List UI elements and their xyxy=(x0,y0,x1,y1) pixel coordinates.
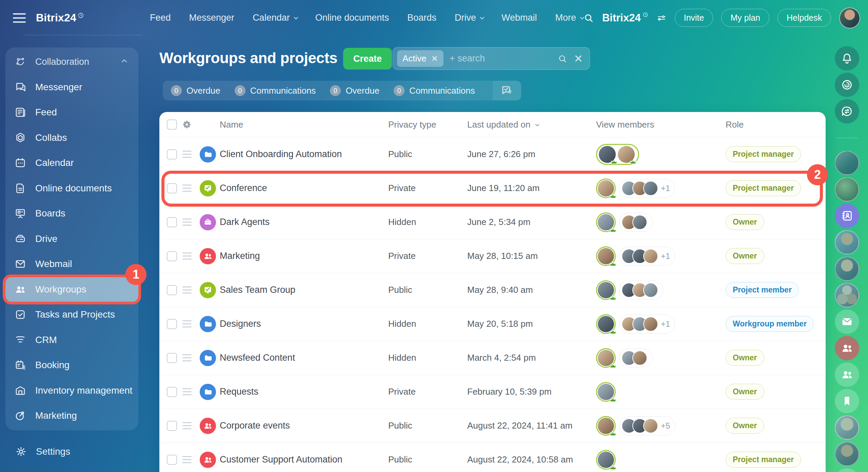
sidebar-item-webmail[interactable]: Webmail xyxy=(5,251,138,277)
chat-avatar[interactable] xyxy=(835,177,859,202)
top-nav-item-feed[interactable]: Feed xyxy=(150,13,171,23)
sidebar-item-drive[interactable]: Drive xyxy=(5,226,138,252)
table-row-newsfeed-content[interactable]: Newsfeed ContentHiddenMarch 4, 2:54 pmOw… xyxy=(159,341,826,375)
members-group[interactable]: +1 xyxy=(619,315,675,334)
top-nav-item-more[interactable]: More xyxy=(555,13,583,23)
chat-avatar[interactable] xyxy=(835,230,859,254)
table-row-marketing[interactable]: MarketingPrivateMay 28, 10:15 am+1Owner xyxy=(159,239,826,273)
sidebar-item-tasks-and-projects[interactable]: Tasks and Projects xyxy=(5,302,138,327)
sliders-icon[interactable] xyxy=(656,13,667,23)
chat-avatar[interactable] xyxy=(835,442,859,466)
column-header-members[interactable]: View members xyxy=(596,119,726,130)
top-nav-item-online-documents[interactable]: Online documents xyxy=(315,13,389,23)
members-group[interactable]: +5 xyxy=(619,416,675,435)
table-row-dark-agents[interactable]: Dark AgentsHiddenJune 2, 5:34 pmOwner xyxy=(159,205,826,239)
users-icon[interactable] xyxy=(835,336,859,360)
top-nav-item-webmail[interactable]: Webmail xyxy=(501,13,537,23)
role-badge[interactable]: Owner xyxy=(726,384,764,400)
group-chat-avatar[interactable] xyxy=(835,283,859,307)
role-badge[interactable]: Project manager xyxy=(726,180,801,196)
helpdesk-button[interactable]: Helpdesk xyxy=(777,9,831,27)
drag-handle-icon[interactable] xyxy=(182,185,192,192)
sidebar-section-collaboration[interactable]: Collaboration xyxy=(5,49,138,75)
select-all-checkbox[interactable] xyxy=(167,119,177,130)
member-avatar-owner[interactable] xyxy=(596,314,616,334)
member-avatar[interactable] xyxy=(643,283,658,298)
workgroup-name[interactable]: Sales Team Group xyxy=(220,285,388,295)
my-plan-button[interactable]: My plan xyxy=(721,9,769,27)
member-avatar[interactable] xyxy=(643,181,658,196)
member-avatar[interactable] xyxy=(632,215,647,230)
bookmark-icon[interactable] xyxy=(835,389,859,413)
members-group[interactable] xyxy=(619,213,652,232)
drag-handle-icon[interactable] xyxy=(182,286,192,294)
profile-avatar[interactable] xyxy=(839,7,860,29)
members-group[interactable] xyxy=(619,348,652,367)
members-group[interactable] xyxy=(596,144,639,165)
drag-handle-icon[interactable] xyxy=(182,252,192,260)
role-badge[interactable]: Project member xyxy=(726,282,799,298)
column-header-name[interactable]: Name xyxy=(220,119,388,130)
column-header-updated[interactable]: Last updated on xyxy=(467,119,596,130)
role-badge[interactable]: Owner xyxy=(726,248,764,264)
member-avatar[interactable] xyxy=(618,146,635,163)
row-checkbox[interactable] xyxy=(167,387,177,397)
mail-icon[interactable] xyxy=(835,309,859,334)
row-checkbox[interactable] xyxy=(167,319,177,329)
hamburger-menu-icon[interactable] xyxy=(13,13,26,23)
invite-button[interactable]: Invite xyxy=(675,9,713,27)
row-checkbox[interactable] xyxy=(167,455,177,465)
member-avatar-owner[interactable] xyxy=(596,382,616,402)
row-checkbox[interactable] xyxy=(167,353,177,363)
table-row-conference[interactable]: ConferencePrivateJune 19, 11:20 am+1Proj… xyxy=(159,171,826,205)
member-avatar-owner[interactable] xyxy=(596,416,616,436)
role-badge[interactable]: Owner xyxy=(726,214,764,230)
counter-chip-overdue[interactable]: 0Overdue xyxy=(330,85,379,96)
role-badge[interactable]: Owner xyxy=(726,350,764,366)
chat-avatar[interactable] xyxy=(835,257,859,281)
sidebar-item-collabs[interactable]: Collabs xyxy=(5,125,138,151)
counter-chip-communications[interactable]: 0Communications xyxy=(235,85,316,96)
clear-search-icon[interactable]: ✕ xyxy=(574,53,583,64)
chat-avatar[interactable] xyxy=(835,415,859,440)
drag-handle-icon[interactable] xyxy=(182,320,192,327)
sidebar-item-calendar[interactable]: Calendar xyxy=(5,150,138,176)
sidebar-item-crm[interactable]: CRM xyxy=(5,327,138,353)
table-settings-gear-icon[interactable] xyxy=(182,119,192,130)
row-checkbox[interactable] xyxy=(167,251,177,261)
notifications-bell-icon[interactable] xyxy=(835,46,859,71)
member-avatar[interactable] xyxy=(643,249,658,264)
workgroup-name[interactable]: Client Onboarding Automation xyxy=(220,149,388,159)
row-checkbox[interactable] xyxy=(167,285,177,295)
member-avatar[interactable] xyxy=(643,418,658,433)
member-avatar-owner[interactable] xyxy=(596,348,616,368)
column-header-role[interactable]: Role xyxy=(726,119,826,130)
sidebar-item-marketing[interactable]: Marketing xyxy=(5,403,138,429)
portal-name[interactable]: Bitrix24 xyxy=(602,12,648,24)
member-avatar[interactable] xyxy=(643,317,658,332)
role-badge[interactable]: Project manager xyxy=(726,452,801,468)
chat-bubbles-icon[interactable] xyxy=(835,468,859,472)
filter-chip-active[interactable]: Active ✕ xyxy=(397,50,443,67)
drag-handle-icon[interactable] xyxy=(182,151,192,158)
search-bar[interactable]: Active ✕ + search ✕ xyxy=(393,47,590,70)
member-avatar-owner[interactable] xyxy=(596,280,616,300)
drag-handle-icon[interactable] xyxy=(182,422,192,429)
table-row-designers[interactable]: DesignersHiddenMay 20, 5:18 pm+1Workgrou… xyxy=(159,307,826,341)
chat-avatar[interactable] xyxy=(835,151,859,175)
workgroup-name[interactable]: Conference xyxy=(220,183,388,193)
sidebar-item-messenger[interactable]: Messenger xyxy=(5,75,138,100)
workgroup-name[interactable]: Marketing xyxy=(220,251,388,261)
drag-handle-icon[interactable] xyxy=(182,219,192,226)
table-row-corporate-events[interactable]: Corporate eventsPublicAugust 22, 2024, 1… xyxy=(159,409,826,442)
role-badge[interactable]: Owner xyxy=(726,418,764,434)
row-checkbox[interactable] xyxy=(167,217,177,227)
copilot-icon[interactable] xyxy=(835,73,859,97)
workgroup-name[interactable]: Newsfeed Content xyxy=(220,353,388,363)
counter-chip-overdue[interactable]: 0Overdue xyxy=(171,85,220,96)
table-row-client-onboarding-automation[interactable]: Client Onboarding AutomationPublicJune 2… xyxy=(159,137,826,171)
member-avatar[interactable] xyxy=(599,146,616,163)
member-avatar-owner[interactable] xyxy=(596,450,616,470)
sidebar-item-inventory-management[interactable]: Inventory management xyxy=(5,378,138,403)
drag-handle-icon[interactable] xyxy=(182,456,192,463)
